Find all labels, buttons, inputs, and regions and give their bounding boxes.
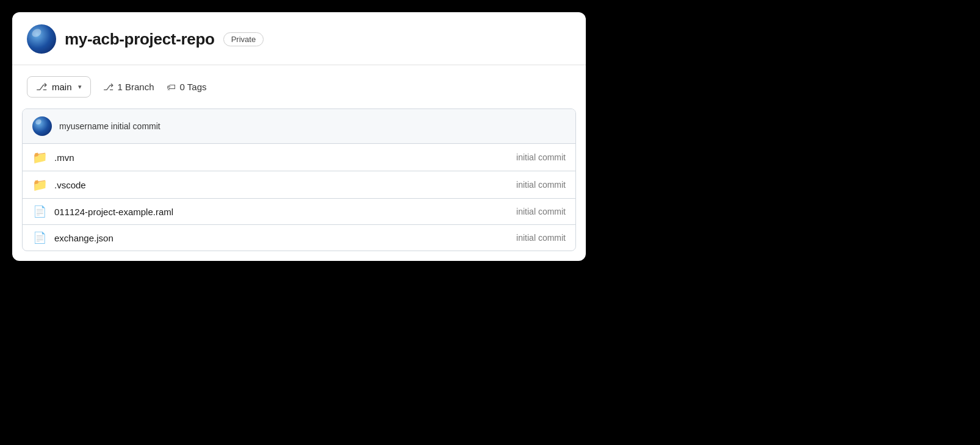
commit-bar: myusername initial commit — [23, 109, 575, 144]
visibility-badge: Private — [223, 32, 264, 46]
table-row[interactable]: 📄011124-project-example.ramlinitial comm… — [23, 199, 575, 225]
file-commit-message: initial commit — [516, 207, 566, 216]
commit-message: myusername initial commit — [59, 121, 160, 131]
repo-toolbar: ⎇ main ▾ ⎇ 1 Branch 🏷 0 Tags — [12, 65, 586, 109]
file-name: .vscode — [54, 180, 509, 190]
file-commit-message: initial commit — [516, 233, 566, 243]
repo-title: my-acb-project-repo — [65, 30, 215, 49]
branches-link[interactable]: ⎇ 1 Branch — [103, 82, 154, 93]
file-icon: 📄 — [32, 205, 47, 218]
repo-logo-icon — [27, 24, 56, 54]
table-row[interactable]: 📁.mvninitial commit — [23, 144, 575, 171]
commit-author-avatar — [32, 116, 52, 136]
file-icon: 📄 — [32, 231, 47, 244]
chevron-down-icon: ▾ — [78, 83, 82, 91]
repo-panel: my-acb-project-repo Private ⎇ main ▾ ⎇ 1… — [12, 12, 586, 261]
tags-link[interactable]: 🏷 0 Tags — [167, 82, 207, 92]
file-commit-message: initial commit — [516, 152, 566, 162]
branch-icon: ⎇ — [36, 81, 47, 93]
table-row[interactable]: 📁.vscodeinitial commit — [23, 171, 575, 199]
table-row[interactable]: 📄exchange.jsoninitial commit — [23, 225, 575, 251]
file-table: myusername initial commit 📁.mvninitial c… — [22, 109, 576, 251]
file-name: exchange.json — [54, 233, 509, 243]
file-commit-message: initial commit — [516, 180, 566, 190]
repo-header: my-acb-project-repo Private — [12, 12, 586, 65]
branches-count: 1 Branch — [118, 82, 154, 92]
folder-icon: 📁 — [32, 150, 47, 165]
tag-icon: 🏷 — [167, 82, 176, 92]
branch-selector-button[interactable]: ⎇ main ▾ — [27, 76, 91, 98]
file-list: 📁.mvninitial commit📁.vscodeinitial commi… — [23, 144, 575, 251]
tags-count: 0 Tags — [180, 82, 207, 92]
current-branch-label: main — [52, 82, 72, 92]
file-name: .mvn — [54, 152, 509, 163]
folder-icon: 📁 — [32, 177, 47, 192]
file-name: 011124-project-example.raml — [54, 207, 509, 217]
branch-count-icon: ⎇ — [103, 82, 113, 93]
